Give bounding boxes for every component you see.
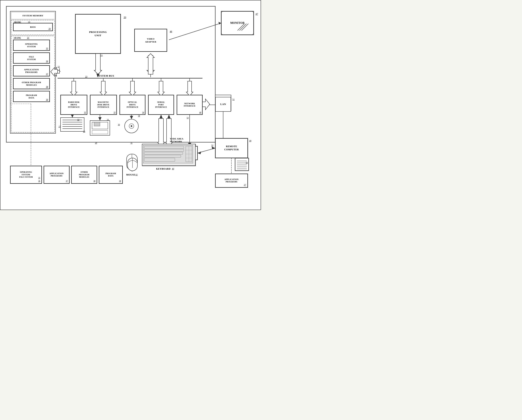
svg-point-43 (125, 119, 138, 133)
app-programs-remote-box: ApplicationPrograms 37' (215, 174, 248, 188)
svg-rect-33 (61, 118, 84, 131)
hdi-ref: 32 (84, 111, 86, 113)
pd-ref: 39 (46, 98, 48, 101)
svg-marker-81 (160, 115, 163, 118)
svg-point-45 (131, 125, 132, 127)
svg-marker-103 (100, 81, 107, 96)
svg-marker-57 (218, 22, 221, 24)
diagram-container: System Bus 23 System Memory (ROM) 24 BIO… (0, 0, 261, 210)
svg-marker-85 (202, 103, 206, 106)
lan-ref: 51 (232, 98, 235, 100)
svg-line-119 (238, 24, 245, 30)
optical-drive-interface-box: OpticalDriveInterface 34 (120, 95, 145, 115)
ram-label: (RAM) (14, 37, 21, 39)
hard-disk-interface-box: Hard DiskDriveInterface 32 (61, 95, 87, 115)
program-data-bottom-box: ProgramData 39 (99, 166, 123, 184)
ap-ref: 37 (46, 73, 48, 75)
monitor-box: Monitor 47 (221, 11, 254, 35)
ref21: 21 (100, 54, 103, 56)
mdi-ref: 33 (114, 111, 115, 113)
svg-marker-83 (167, 115, 170, 118)
svg-rect-42 (92, 130, 108, 134)
svg-marker-112 (51, 67, 58, 76)
svg-marker-65 (102, 91, 105, 95)
ap-remote-ref: 37' (244, 184, 246, 186)
mouse-icon (127, 154, 138, 172)
svg-marker-79 (130, 116, 133, 119)
svg-marker-92 (198, 151, 201, 154)
ref31: 31 (130, 142, 132, 144)
os-fs-bottom-box: OperatingSystem/File System 35 36 (10, 166, 42, 184)
svg-line-118 (239, 24, 246, 30)
svg-marker-104 (129, 81, 136, 96)
keyboard-ref: 40 (172, 167, 174, 170)
bios-box: BIOS 26 (13, 23, 53, 31)
svg-rect-120 (143, 145, 193, 163)
va-ref: 48 (170, 30, 172, 33)
svg-rect-39 (90, 120, 110, 135)
magnetic-disk-interface-box: MagneticDisk DriveInterface 33 (90, 95, 117, 115)
rc-ref: 49 (249, 139, 251, 142)
svg-marker-109 (53, 67, 60, 76)
svg-marker-105 (158, 81, 164, 96)
operating-system-box: OperatingSystem 35 (13, 40, 50, 51)
system-bus-label: System Bus (97, 74, 114, 78)
ref30: 30 (118, 124, 120, 126)
system-bus-ref: 23 (85, 75, 87, 78)
remote-hdd-box (235, 158, 249, 171)
ref28: 28 (83, 130, 85, 133)
keyboard-box (142, 144, 196, 166)
serial-port-interface-box: SerialPortInterface (148, 95, 174, 115)
ref33: 33 (107, 119, 109, 121)
svg-line-91 (198, 148, 215, 153)
svg-marker-66 (131, 91, 134, 95)
ref53: 53 (187, 117, 189, 119)
svg-line-117 (241, 24, 248, 30)
bios-ref: 26 (48, 27, 51, 30)
svg-marker-75 (71, 114, 74, 118)
svg-marker-102 (70, 81, 77, 96)
svg-marker-108 (147, 56, 154, 74)
ref32: 32 (77, 119, 79, 121)
app-programs-bottom-box: ApplicationPrograms 37 (44, 166, 69, 184)
ram-ref: 25 (27, 37, 29, 39)
svg-marker-106 (186, 81, 193, 96)
ref22: 22 (58, 65, 60, 68)
svg-marker-67 (160, 91, 163, 95)
monitor-ref: 47 (255, 12, 258, 15)
os-ref: 35 (46, 47, 48, 49)
svg-rect-40 (92, 122, 108, 129)
svg-line-56 (169, 23, 221, 40)
svg-rect-41 (94, 122, 100, 126)
svg-marker-113 (202, 99, 210, 110)
mouse-ref: 42 (135, 173, 138, 176)
program-data-box: ProgramData 39 (13, 91, 50, 102)
svg-marker-70 (96, 53, 100, 57)
pu-ref: 20 (124, 16, 126, 19)
svg-marker-111 (147, 53, 154, 74)
remote-hdd-ref: 50 (246, 162, 248, 164)
ap-bottom-ref: 37 (66, 180, 68, 182)
lan-box: LAN 51 (215, 97, 231, 112)
processing-unit-box: ProcessingUnit 20 (75, 14, 121, 53)
fs-ref: 36 (46, 60, 48, 62)
svg-marker-107 (94, 55, 102, 74)
opm-bottom-ref: 38 (93, 180, 95, 182)
network-interface-box: NetworkInterface 46 (177, 95, 202, 115)
rom-ref: 24 (28, 21, 30, 23)
svg-marker-68 (188, 91, 191, 95)
odi-ref: 34 (142, 111, 144, 113)
svg-marker-115 (157, 119, 165, 146)
other-modules-box: Other ProgramModules 38 (13, 78, 50, 89)
ref29: 29 (95, 142, 97, 144)
ni-ref46: 46 (199, 111, 201, 113)
other-modules-bottom-box: OtherProgramModules 38 (71, 166, 97, 184)
osfs-ref36: 36 (38, 180, 40, 182)
svg-marker-64 (72, 91, 75, 95)
ref52: 52 (211, 144, 213, 146)
svg-marker-93 (212, 147, 215, 149)
osfs-ref35: 35 (38, 177, 40, 179)
mouse-label: Mouse (126, 173, 135, 177)
svg-marker-110 (94, 53, 102, 74)
svg-marker-73 (56, 70, 59, 73)
